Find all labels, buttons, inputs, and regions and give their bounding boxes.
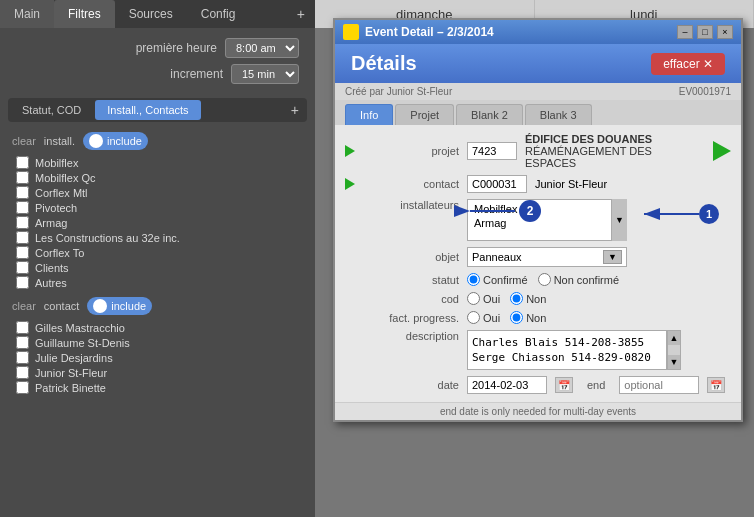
scroll-down-btn[interactable]: ▼ xyxy=(668,355,680,369)
objet-select[interactable]: Panneaux ▼ xyxy=(467,247,627,267)
install-check-2[interactable] xyxy=(16,186,29,199)
list-item[interactable]: Clients xyxy=(16,261,299,274)
tab-blank3[interactable]: Blank 3 xyxy=(525,104,592,125)
install-clear-btn[interactable]: clear xyxy=(12,135,36,147)
install-check-6[interactable] xyxy=(16,246,29,259)
left-panel: Main Filtres Sources Config + première h… xyxy=(0,0,315,517)
install-toggle-label: include xyxy=(107,135,142,147)
fact-oui[interactable]: Oui xyxy=(467,311,500,324)
contact-play-btn[interactable] xyxy=(345,176,361,192)
nav-filtres[interactable]: Filtres xyxy=(54,0,115,28)
install-check-7[interactable] xyxy=(16,261,29,274)
projet-right-arrow xyxy=(713,141,731,161)
nav-sources[interactable]: Sources xyxy=(115,0,187,28)
cod-oui-label: Oui xyxy=(483,293,500,305)
cod-oui-radio[interactable] xyxy=(467,292,480,305)
list-item[interactable]: Patrick Binette xyxy=(16,381,299,394)
end-calendar-icon[interactable]: 📅 xyxy=(707,377,725,393)
close-btn[interactable]: × xyxy=(717,25,733,39)
list-item[interactable]: Les Constructions au 32e inc. xyxy=(16,231,299,244)
install-check-4[interactable] xyxy=(16,216,29,229)
projet-num-input[interactable] xyxy=(467,142,517,160)
event-footer: end date is only needed for multi-day ev… xyxy=(335,402,741,420)
projet-desc2: RÉAMÉNAGEMENT DES ESPACES xyxy=(525,145,705,169)
contact-name: Junior St-Fleur xyxy=(535,178,731,190)
tab-info[interactable]: Info xyxy=(345,104,393,125)
statut-confirme[interactable]: Confirmé xyxy=(467,273,528,286)
description-scrollbar[interactable]: ▲ ▼ xyxy=(667,330,681,370)
contact-check-0[interactable] xyxy=(16,321,29,334)
maximize-btn[interactable]: □ xyxy=(697,25,713,39)
projet-play-btn[interactable] xyxy=(345,143,361,159)
install-check-0[interactable] xyxy=(16,156,29,169)
contact-check-3[interactable] xyxy=(16,366,29,379)
installateurs-dropdown-btn[interactable]: ▼ xyxy=(611,199,627,241)
list-item[interactable]: Autres xyxy=(16,276,299,289)
contact-toggle[interactable]: include xyxy=(87,297,152,315)
statut-non-confirme-radio[interactable] xyxy=(538,273,551,286)
cod-radio-group: Oui Non xyxy=(467,292,546,305)
install-section-label: install. xyxy=(44,135,75,147)
installateurs-select[interactable]: Mobilflex Armag xyxy=(467,199,627,241)
event-id: EV0001971 xyxy=(679,86,731,97)
cod-non-radio[interactable] xyxy=(510,292,523,305)
contact-check-1[interactable] xyxy=(16,336,29,349)
contact-section-label: contact xyxy=(44,300,79,312)
event-header-bar: Détails effacer ✕ xyxy=(335,44,741,83)
objet-row: objet Panneaux ▼ xyxy=(345,247,731,267)
list-item[interactable]: Julie Desjardins xyxy=(16,351,299,364)
objet-value: Panneaux xyxy=(472,251,522,263)
effacer-button[interactable]: effacer ✕ xyxy=(651,53,725,75)
cod-non[interactable]: Non xyxy=(510,292,546,305)
statut-non-confirme[interactable]: Non confirmé xyxy=(538,273,619,286)
install-check-5[interactable] xyxy=(16,231,29,244)
install-check-3[interactable] xyxy=(16,201,29,214)
fact-oui-radio[interactable] xyxy=(467,311,480,324)
sub-header: Créé par Junior St-Fleur EV0001971 xyxy=(335,83,741,100)
installateurs-label: installateurs xyxy=(369,199,459,211)
contact-check-2[interactable] xyxy=(16,351,29,364)
list-item[interactable]: Junior St-Fleur xyxy=(16,366,299,379)
tab-install-contacts[interactable]: Install., Contacts xyxy=(95,100,200,120)
list-item[interactable]: Corflex To xyxy=(16,246,299,259)
cod-oui[interactable]: Oui xyxy=(467,292,500,305)
install-toggle[interactable]: include xyxy=(83,132,148,150)
date-calendar-icon[interactable]: 📅 xyxy=(555,377,573,393)
tab-projet[interactable]: Projet xyxy=(395,104,454,125)
minimize-btn[interactable]: – xyxy=(677,25,693,39)
nav-plus[interactable]: + xyxy=(287,2,315,26)
fact-progress-label: fact. progress. xyxy=(369,312,459,324)
contact-num-input[interactable] xyxy=(467,175,527,193)
install-check-1[interactable] xyxy=(16,171,29,184)
scroll-up-btn[interactable]: ▲ xyxy=(668,331,680,345)
end-date-input[interactable] xyxy=(619,376,699,394)
contact-clear-btn[interactable]: clear xyxy=(12,300,36,312)
fact-non[interactable]: Non xyxy=(510,311,546,324)
nav-main[interactable]: Main xyxy=(0,0,54,28)
arrow1-annotation: 1 xyxy=(639,204,719,234)
premiere-heure-select[interactable]: 8:00 am xyxy=(225,38,299,58)
nav-config[interactable]: Config xyxy=(187,0,250,28)
description-textarea[interactable]: Charles Blais 514-208-3855 Serge Chiasso… xyxy=(467,330,667,370)
time-controls: première heure 8:00 am increment 15 min xyxy=(0,28,315,94)
list-item[interactable]: Armag xyxy=(16,216,299,229)
tab-statut-cod[interactable]: Statut, COD xyxy=(10,100,93,120)
increment-select[interactable]: 15 min xyxy=(231,64,299,84)
tab-plus[interactable]: + xyxy=(285,100,305,120)
date-input[interactable] xyxy=(467,376,547,394)
install-check-8[interactable] xyxy=(16,276,29,289)
list-item[interactable]: Gilles Mastracchio xyxy=(16,321,299,334)
tab-blank2[interactable]: Blank 2 xyxy=(456,104,523,125)
right-area: dimanche lundi Event Detail – 2/3/2014 –… xyxy=(315,0,754,517)
objet-dropdown-arrow[interactable]: ▼ xyxy=(603,250,622,264)
list-item[interactable]: Guillaume St-Denis xyxy=(16,336,299,349)
event-details-title: Détails xyxy=(351,52,417,75)
list-item[interactable]: Pivotech xyxy=(16,201,299,214)
contact-check-4[interactable] xyxy=(16,381,29,394)
list-item[interactable]: Mobilflex xyxy=(16,156,299,169)
fact-non-radio[interactable] xyxy=(510,311,523,324)
statut-confirme-radio[interactable] xyxy=(467,273,480,286)
projet-label: projet xyxy=(369,145,459,157)
list-item[interactable]: Corflex Mtl xyxy=(16,186,299,199)
list-item[interactable]: Mobilflex Qc xyxy=(16,171,299,184)
